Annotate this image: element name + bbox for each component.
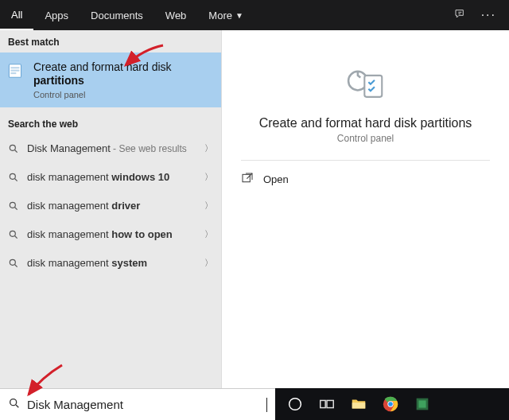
task-view-icon[interactable]: [312, 388, 342, 420]
search-icon: [8, 258, 19, 269]
search-header: All Apps Documents Web More▼ ···: [0, 0, 509, 30]
tab-more-label: More: [208, 10, 232, 21]
search-icon: [8, 397, 27, 413]
tab-web-label: Web: [165, 10, 187, 21]
svg-rect-21: [327, 400, 333, 407]
tab-apps[interactable]: Apps: [33, 0, 80, 30]
detail-title: Create and format hard disk partitions: [222, 116, 509, 130]
open-action[interactable]: Open: [222, 161, 509, 198]
control-panel-icon: [8, 62, 25, 80]
web-result[interactable]: disk management windows 10 〉: [0, 163, 221, 192]
tab-documents-label: Documents: [91, 10, 143, 21]
svg-point-17: [10, 399, 17, 405]
chevron-right-icon: 〉: [204, 142, 213, 154]
detail-pane: Create and format hard disk partitions C…: [221, 30, 509, 388]
search-input-bar[interactable]: Disk Management: [0, 388, 275, 420]
svg-rect-20: [321, 400, 325, 407]
web-result[interactable]: disk management driver 〉: [0, 192, 221, 220]
search-icon: [8, 172, 19, 183]
svg-point-25: [388, 402, 393, 406]
svg-rect-1: [10, 67, 19, 68]
results-pane: Best match Create and format hard disk p…: [0, 30, 221, 388]
search-body: Best match Create and format hard disk p…: [0, 30, 509, 388]
svg-point-19: [289, 399, 301, 410]
file-explorer-icon[interactable]: [344, 388, 374, 420]
web-result-label: disk management system: [27, 257, 204, 269]
best-match-subtitle: Control panel: [33, 90, 212, 99]
svg-rect-27: [418, 400, 425, 407]
svg-line-11: [15, 235, 17, 238]
search-icon: [8, 143, 19, 154]
svg-point-4: [10, 145, 15, 150]
filter-tabs: All Apps Documents Web More▼: [0, 0, 254, 30]
svg-point-10: [10, 231, 15, 236]
best-match-label: Best match: [0, 30, 221, 52]
svg-point-6: [10, 173, 15, 179]
open-label: Open: [263, 173, 289, 185]
best-match-result[interactable]: Create and format hard disk partitions C…: [0, 52, 221, 107]
search-icon: [8, 200, 19, 212]
svg-rect-2: [10, 70, 19, 72]
search-icon: [8, 229, 19, 240]
tab-web[interactable]: Web: [154, 0, 198, 30]
svg-point-8: [10, 202, 15, 208]
header-actions: ···: [454, 8, 509, 23]
tab-documents[interactable]: Documents: [80, 0, 154, 30]
search-input[interactable]: Disk Management: [27, 398, 266, 411]
taskbar: [275, 388, 509, 420]
svg-rect-15: [364, 76, 382, 97]
chevron-right-icon: 〉: [204, 257, 213, 269]
web-section-label: Search the web: [0, 112, 221, 134]
detail-app-icon: [344, 62, 387, 105]
detail-header: Create and format hard disk partitions C…: [222, 30, 509, 144]
svg-rect-22: [352, 402, 366, 408]
svg-line-5: [15, 150, 17, 152]
web-result[interactable]: disk management how to open 〉: [0, 220, 221, 249]
svg-line-13: [15, 264, 17, 266]
web-result-label: disk management how to open: [27, 228, 204, 240]
svg-point-12: [10, 259, 15, 265]
tab-all-label: All: [11, 9, 22, 21]
chevron-right-icon: 〉: [204, 171, 213, 183]
chevron-right-icon: 〉: [204, 228, 213, 240]
svg-rect-16: [243, 174, 250, 181]
web-result-label: disk management windows 10: [27, 171, 204, 183]
chevron-right-icon: 〉: [204, 200, 213, 212]
web-result[interactable]: Disk Management - See web results 〉: [0, 134, 221, 163]
open-icon: [241, 172, 254, 187]
svg-line-9: [15, 207, 17, 209]
web-results-list: Disk Management - See web results 〉 disk…: [0, 134, 221, 278]
web-result-label: Disk Management - See web results: [27, 142, 204, 154]
more-options-icon[interactable]: ···: [481, 8, 496, 22]
web-result-label: disk management driver: [27, 200, 204, 212]
best-match-title: Create and format hard disk partitions: [33, 60, 212, 88]
tab-more[interactable]: More▼: [197, 0, 254, 30]
text-caret: [266, 398, 267, 412]
svg-rect-3: [10, 72, 16, 74]
feedback-icon[interactable]: [454, 8, 467, 23]
cortana-icon[interactable]: [280, 388, 310, 420]
chrome-icon[interactable]: [375, 388, 406, 420]
detail-subtitle: Control panel: [222, 133, 509, 144]
svg-line-7: [15, 178, 17, 181]
tab-apps-label: Apps: [45, 10, 68, 21]
chevron-down-icon: ▼: [235, 11, 243, 20]
tab-all[interactable]: All: [0, 0, 33, 30]
web-result[interactable]: disk management system 〉: [0, 249, 221, 278]
svg-line-18: [16, 405, 18, 407]
app-icon[interactable]: [407, 388, 437, 420]
